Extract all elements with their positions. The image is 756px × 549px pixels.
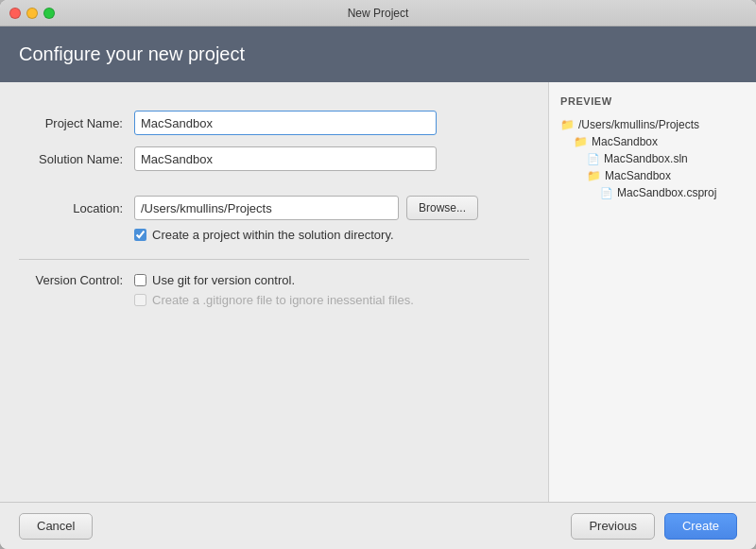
footer: Cancel Previous Create — [0, 502, 756, 549]
title-bar-buttons — [9, 8, 55, 19]
main-content: Project Name: Solution Name: Location: B… — [0, 82, 756, 502]
cancel-button[interactable]: Cancel — [19, 513, 93, 540]
create-in-solution-row: Create a project within the solution dir… — [134, 228, 529, 242]
footer-left: Cancel — [19, 513, 93, 540]
gitignore-row: Create a .gitignore file to ignore iness… — [134, 293, 529, 307]
footer-right: Previous Create — [571, 513, 737, 540]
gitignore-label: Create a .gitignore file to ignore iness… — [152, 293, 414, 307]
folder-icon: 📁 — [560, 118, 575, 131]
title-bar: New Project — [0, 0, 756, 26]
folder-icon: 📁 — [574, 135, 588, 148]
location-group: Location: Browse... — [19, 196, 529, 220]
solution-name-group: Solution Name: — [19, 146, 529, 171]
divider — [19, 259, 529, 260]
window: New Project Configure your new project P… — [0, 0, 756, 549]
tree-item: 📁 MacSandbox — [587, 167, 745, 184]
window-title: New Project — [348, 7, 409, 20]
close-button[interactable] — [9, 8, 21, 19]
create-in-solution-label: Create a project within the solution dir… — [152, 228, 394, 242]
previous-button[interactable]: Previous — [571, 513, 655, 540]
create-button[interactable]: Create — [664, 513, 737, 540]
tree-item: 📁 /Users/kmullins/Projects — [560, 116, 745, 133]
git-label: Use git for version control. — [152, 273, 295, 287]
preview-title: PREVIEW — [560, 95, 745, 107]
project-name-group: Project Name: — [19, 111, 529, 135]
page-title: Configure your new project — [19, 43, 245, 64]
location-label: Location: — [19, 201, 123, 215]
file-icon: 📄 — [587, 153, 600, 165]
create-in-solution-checkbox[interactable] — [134, 229, 146, 241]
preview-panel: PREVIEW 📁 /Users/kmullins/Projects 📁 Mac… — [548, 82, 756, 502]
folder-icon: 📁 — [587, 169, 601, 182]
solution-name-input[interactable] — [134, 146, 437, 171]
file-icon: 📄 — [600, 187, 613, 199]
page-header: Configure your new project — [0, 26, 756, 82]
git-row: Use git for version control. — [134, 273, 295, 287]
form-area: Project Name: Solution Name: Location: B… — [0, 82, 548, 502]
git-checkbox[interactable] — [134, 274, 146, 286]
tree-item: 📁 MacSandbox — [574, 133, 745, 150]
tree-item: 📄 MacSandbox.csproj — [600, 184, 745, 201]
browse-button[interactable]: Browse... — [406, 196, 478, 220]
tree-item: 📄 MacSandbox.sln — [587, 150, 745, 167]
solution-name-label: Solution Name: — [19, 152, 123, 166]
location-input[interactable] — [134, 196, 399, 220]
minimize-button[interactable] — [26, 8, 38, 19]
tree-item-label: MacSandbox.sln — [604, 152, 688, 165]
tree-item-label: MacSandbox — [592, 135, 658, 148]
tree-item-label: MacSandbox — [605, 169, 671, 182]
gitignore-checkbox[interactable] — [134, 294, 146, 306]
tree-item-label: MacSandbox.csproj — [617, 186, 716, 199]
maximize-button[interactable] — [43, 8, 55, 19]
version-control-label: Version Control: — [19, 273, 123, 287]
version-control-group: Version Control: Use git for version con… — [19, 273, 529, 287]
tree-item-label: /Users/kmullins/Projects — [578, 118, 699, 131]
project-name-label: Project Name: — [19, 116, 123, 130]
project-name-input[interactable] — [134, 111, 437, 135]
